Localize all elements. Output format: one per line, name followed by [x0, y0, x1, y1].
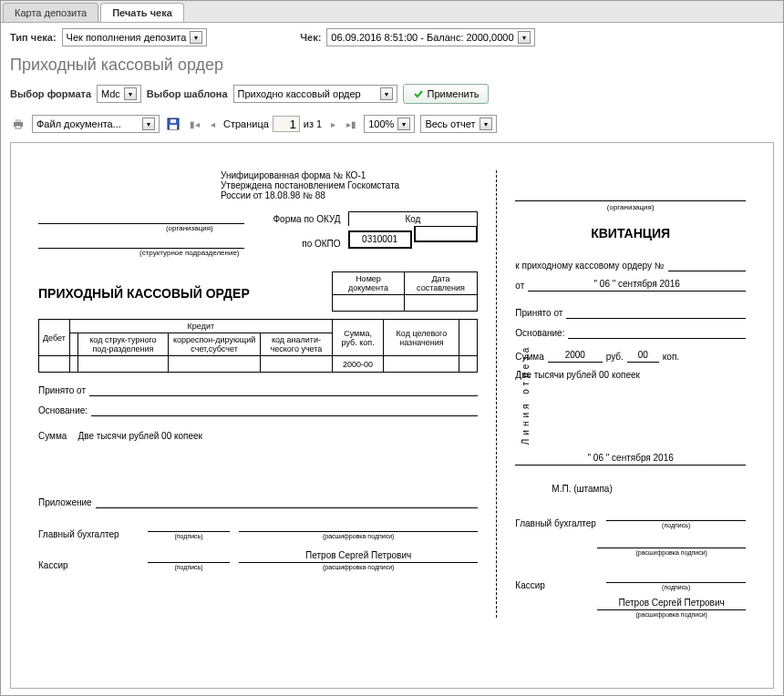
- receipt-cashier-sig: [606, 570, 746, 583]
- attachment-field: [96, 496, 479, 508]
- receipt-from-label: от: [515, 281, 524, 291]
- pager: ▮◂ ◂ Страница из 1 ▸ ▸▮: [187, 116, 358, 132]
- check-type-value: Чек пополнения депозита: [67, 32, 187, 43]
- basis-label: Основание:: [38, 405, 88, 415]
- tbl-struct: код струк-турного под-разделения: [77, 333, 168, 356]
- tbl-corr: корреспон-дирующий счет,субсчет: [168, 333, 260, 356]
- receipt-rub: руб.: [606, 352, 624, 362]
- check-value: 06.09.2016 8:51:00 - Баланс: 2000,0000: [331, 32, 513, 43]
- main-table: Дебет Кредит Сумма, руб. коп. Код целево…: [38, 319, 478, 373]
- save-icon[interactable]: [165, 116, 181, 132]
- check-type-select[interactable]: Чек пополнения депозита ▾: [62, 28, 208, 46]
- page-label: Страница: [223, 118, 269, 129]
- receipt-cashier-name: Петров Сергей Петрович: [597, 598, 746, 610]
- okud-label: Форма по ОКУД: [250, 214, 341, 224]
- apply-button[interactable]: Применить: [403, 84, 490, 104]
- cut-line: Линия отреза: [496, 170, 497, 618]
- tbl-analytic: код аналити-ческого учета: [261, 333, 333, 356]
- receipt-accepted-field: [566, 306, 746, 319]
- okpo-value: [414, 226, 478, 242]
- org-field: [38, 211, 244, 224]
- next-page-icon[interactable]: ▸: [325, 117, 340, 131]
- svg-rect-4: [170, 125, 177, 129]
- okpo-label: по ОКПО: [250, 239, 341, 249]
- receipt-basis-field: [568, 326, 746, 339]
- receipt-order-num: [668, 259, 746, 271]
- check-type-label: Тип чека:: [10, 32, 57, 43]
- toolbar-row-3: Файл документа... ▾ ▮◂ ◂ Страница из 1 ▸…: [1, 109, 783, 138]
- format-select[interactable]: Mdc ▾: [97, 85, 141, 103]
- tbl-sum-value: 2000-00: [332, 356, 384, 373]
- sig-caption: (подпись): [606, 522, 746, 528]
- template-label: Выбор шаблона: [147, 88, 228, 99]
- form-line2: Утверждена постановлением Госкомстата: [221, 180, 478, 190]
- zoom-value: 100%: [368, 118, 394, 129]
- tab-print-check[interactable]: Печать чека: [100, 3, 184, 22]
- toolbar-row-1: Тип чека: Чек пополнения депозита ▾ Чек:…: [1, 23, 783, 52]
- org-caption: (организация): [38, 224, 341, 232]
- doc-right: (организация) КВИТАНЦИЯ к приходному кас…: [515, 170, 746, 618]
- check-select[interactable]: 06.09.2016 8:51:00 - Баланс: 2000,0000 ▾: [326, 28, 534, 46]
- receipt-chief-acc: Главный бухгалтер: [515, 518, 597, 528]
- page-title: Приходный кассовый ордер: [1, 52, 783, 78]
- check-label: Чек:: [300, 32, 321, 43]
- toolbar-row-2: Выбор формата Mdc ▾ Выбор шаблона Приход…: [1, 78, 783, 109]
- print-icon[interactable]: [10, 116, 26, 132]
- report-view-select[interactable]: Весь отчет ▾: [420, 115, 496, 133]
- dept-field: [38, 236, 244, 249]
- svg-rect-2: [15, 126, 21, 128]
- prev-page-icon[interactable]: ◂: [205, 117, 220, 131]
- receipt-sum-rub: 2000: [548, 350, 603, 363]
- cashier-label: Кассир: [38, 560, 139, 570]
- chevron-down-icon: ▾: [397, 118, 410, 130]
- template-select[interactable]: Приходно кассовый ордер ▾: [233, 85, 397, 103]
- check-icon: [413, 88, 424, 99]
- receipt-org-caption: (организация): [515, 203, 746, 211]
- receipt-title: КВИТАНЦИЯ: [515, 226, 746, 241]
- accepted-from-label: Принято от: [38, 385, 86, 395]
- receipt-cashier: Кассир: [515, 580, 597, 590]
- document-viewer[interactable]: Унифицированная форма № КО-1 Утверждена …: [10, 142, 774, 689]
- chief-acc-sig: [148, 519, 230, 532]
- receipt-stamp: М.П. (штампа): [552, 484, 746, 494]
- tab-deposit-card[interactable]: Карта депозита: [3, 3, 98, 22]
- attachment-label: Приложение: [38, 497, 92, 507]
- receipt-chief-name: [597, 536, 746, 548]
- receipt-to-order: к приходному кассовому ордеру №: [515, 261, 664, 271]
- tbl-purpose: Код целевого назначения: [384, 320, 459, 356]
- format-value: Mdc: [101, 88, 120, 99]
- document: Унифицированная форма № КО-1 Утверждена …: [38, 170, 746, 618]
- tbl-credit: Кредит: [69, 320, 332, 333]
- tab-bar: Карта депозита Печать чека: [1, 1, 783, 23]
- receipt-org-field: [515, 189, 746, 201]
- last-page-icon[interactable]: ▸▮: [344, 117, 358, 131]
- receipt-sum-words: Две тысячи рублей 00 копеек: [515, 370, 746, 380]
- chevron-down-icon: ▾: [480, 118, 492, 130]
- tbl-sum: Сумма, руб. коп.: [332, 320, 384, 356]
- file-select[interactable]: Файл документа... ▾: [32, 115, 160, 133]
- chevron-down-icon: ▾: [142, 118, 155, 130]
- basis-field: [91, 404, 478, 416]
- first-page-icon[interactable]: ▮◂: [187, 117, 201, 131]
- cashier-name: Петров Сергей Петрович: [239, 550, 478, 563]
- report-view-value: Весь отчет: [425, 118, 475, 129]
- form-line3: России от 18.08.98 № 88: [221, 190, 478, 200]
- doc-title: ПРИХОДНЫЙ КАССОВЫЙ ОРДЕР: [38, 286, 323, 301]
- sig-caption: (подпись): [148, 533, 230, 539]
- zoom-select[interactable]: 100% ▾: [364, 115, 415, 133]
- doc-date-hdr: Дата составления: [404, 272, 478, 295]
- doc-num-hdr: Номер документа: [333, 272, 404, 295]
- decode-caption: (расшифровка подписи): [239, 564, 478, 570]
- template-value: Приходно кассовый ордер: [238, 88, 377, 99]
- accepted-from-field: [89, 384, 478, 396]
- page-of: из 1: [304, 118, 322, 129]
- page-input[interactable]: [273, 116, 300, 132]
- receipt-basis: Основание:: [515, 328, 564, 338]
- svg-rect-1: [15, 119, 21, 122]
- tbl-blank: [69, 333, 77, 356]
- dept-caption: (структурное подразделение): [38, 249, 341, 257]
- code-label: Код: [348, 211, 479, 226]
- chief-acc-label: Главный бухгалтер: [38, 529, 139, 539]
- doc-left: Унифицированная форма № КО-1 Утверждена …: [38, 170, 478, 618]
- tbl-extra: [459, 320, 478, 356]
